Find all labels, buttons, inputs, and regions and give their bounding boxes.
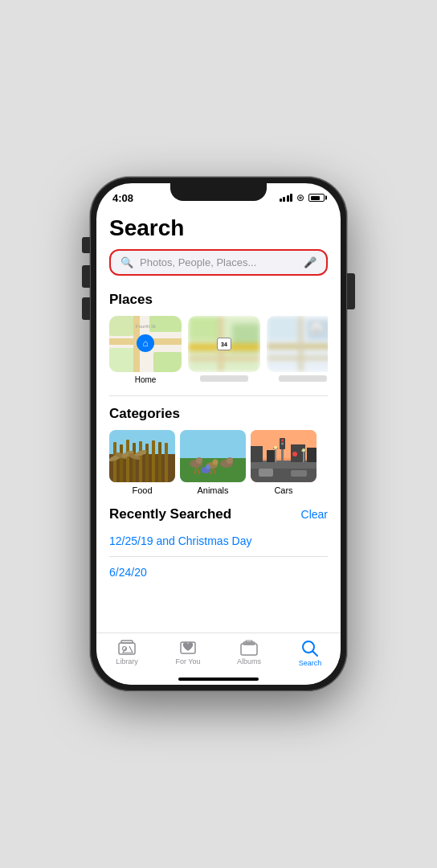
svg-rect-20 bbox=[299, 316, 303, 372]
places-grid[interactable]: Fourth St ⌂ Home bbox=[109, 316, 328, 384]
place-map-home: Fourth St ⌂ bbox=[109, 316, 182, 372]
svg-line-83 bbox=[313, 652, 318, 657]
search-bar[interactable]: 🔍 Photos, People, Places... 🎤 bbox=[109, 249, 328, 276]
places-section-title: Places bbox=[109, 292, 328, 308]
volume-down-button[interactable] bbox=[82, 297, 90, 320]
svg-rect-15 bbox=[188, 356, 260, 361]
battery-icon bbox=[308, 194, 325, 202]
recently-searched-header: Recently Searched Clear bbox=[96, 495, 341, 526]
place-item-2[interactable]: 1 bbox=[267, 316, 328, 384]
home-indicator bbox=[178, 678, 259, 681]
page-header: Search 🔍 Photos, People, Places... 🎤 bbox=[96, 209, 341, 282]
svg-rect-4 bbox=[153, 352, 182, 372]
categories-section: Categories bbox=[96, 396, 341, 495]
library-icon bbox=[118, 640, 136, 656]
tab-search[interactable]: Search bbox=[280, 640, 341, 667]
wifi-icon: ⊛ bbox=[296, 192, 304, 203]
svg-rect-29 bbox=[133, 443, 136, 482]
svg-rect-72 bbox=[303, 450, 304, 462]
svg-point-71 bbox=[274, 446, 277, 449]
svg-point-68 bbox=[292, 452, 297, 457]
svg-text:⌂: ⌂ bbox=[142, 338, 148, 349]
svg-point-53 bbox=[206, 465, 210, 469]
status-icons: ⊛ bbox=[280, 192, 325, 203]
power-button[interactable] bbox=[347, 273, 355, 309]
svg-point-65 bbox=[281, 443, 284, 445]
svg-point-74 bbox=[302, 448, 305, 452]
mute-button[interactable] bbox=[82, 237, 90, 253]
search-result-text-1: 6/24/20 bbox=[109, 566, 147, 579]
place-item-home[interactable]: Fourth St ⌂ Home bbox=[109, 316, 182, 384]
place-label-2 bbox=[279, 375, 327, 382]
place-map-1: 34 bbox=[188, 316, 260, 372]
category-animals[interactable]: Animals bbox=[180, 430, 246, 495]
category-label-cars: Cars bbox=[274, 485, 292, 495]
svg-rect-61 bbox=[307, 448, 317, 462]
search-input-placeholder: Photos, People, Places... bbox=[140, 256, 297, 268]
tab-search-label: Search bbox=[299, 659, 322, 667]
svg-rect-33 bbox=[158, 442, 161, 482]
svg-point-43 bbox=[196, 457, 202, 464]
page-title: Search bbox=[109, 215, 328, 241]
svg-rect-69 bbox=[275, 448, 276, 462]
svg-rect-3 bbox=[109, 348, 137, 372]
svg-point-64 bbox=[281, 440, 284, 442]
svg-rect-76 bbox=[121, 641, 133, 643]
svg-rect-32 bbox=[152, 440, 155, 482]
recently-searched-title: Recently Searched bbox=[109, 506, 231, 522]
category-label-animals: Animals bbox=[197, 485, 228, 495]
svg-rect-30 bbox=[139, 441, 142, 482]
tab-albums[interactable]: Albums bbox=[218, 640, 280, 665]
notch bbox=[170, 183, 267, 201]
place-label-home: Home bbox=[135, 375, 157, 384]
svg-rect-31 bbox=[145, 444, 149, 482]
microphone-icon[interactable]: 🎤 bbox=[304, 256, 317, 268]
place-label-1 bbox=[200, 375, 248, 382]
clear-button[interactable]: Clear bbox=[301, 508, 328, 521]
signal-icon bbox=[280, 194, 293, 202]
search-tab-icon bbox=[301, 640, 319, 657]
svg-rect-58 bbox=[251, 446, 263, 462]
svg-rect-17 bbox=[267, 316, 303, 340]
tab-library-label: Library bbox=[116, 657, 138, 665]
tab-for-you-label: For You bbox=[175, 657, 200, 665]
categories-section-title: Categories bbox=[109, 406, 328, 422]
place-map-2: 1 bbox=[267, 316, 328, 372]
place-item-1[interactable]: 34 bbox=[188, 316, 260, 384]
svg-rect-1 bbox=[109, 316, 133, 336]
category-cars[interactable]: Cars bbox=[251, 430, 317, 495]
category-label-food: Food bbox=[132, 485, 152, 495]
volume-up-button[interactable] bbox=[82, 265, 90, 288]
status-time: 4:08 bbox=[112, 192, 133, 204]
places-section: Places bbox=[96, 282, 341, 384]
svg-rect-19 bbox=[267, 344, 328, 349]
svg-rect-26 bbox=[113, 442, 116, 482]
category-thumb-food bbox=[109, 430, 175, 482]
svg-point-45 bbox=[213, 460, 218, 465]
phone-frame: 4:08 ⊛ Search 🔍 bbox=[90, 177, 347, 691]
svg-text:1: 1 bbox=[315, 326, 319, 333]
svg-rect-27 bbox=[120, 444, 123, 482]
phone-screen: 4:08 ⊛ Search 🔍 bbox=[96, 183, 341, 685]
svg-rect-34 bbox=[165, 443, 168, 482]
svg-rect-66 bbox=[259, 469, 273, 477]
search-result-text-0: 12/25/19 and Christmas Day bbox=[109, 534, 251, 547]
screen-content[interactable]: Search 🔍 Photos, People, Places... 🎤 Pla… bbox=[96, 209, 341, 685]
category-food[interactable]: Food bbox=[109, 430, 175, 495]
albums-icon bbox=[240, 640, 258, 656]
svg-rect-28 bbox=[126, 440, 129, 482]
search-result-1[interactable]: 6/24/20 bbox=[96, 557, 341, 588]
svg-rect-79 bbox=[241, 644, 257, 655]
svg-rect-67 bbox=[291, 470, 307, 477]
tab-albums-label: Albums bbox=[237, 657, 261, 665]
search-result-0[interactable]: 12/25/19 and Christmas Day bbox=[96, 526, 341, 556]
tab-library[interactable]: Library bbox=[96, 640, 157, 665]
categories-grid[interactable]: Food bbox=[109, 430, 328, 495]
for-you-icon bbox=[179, 640, 197, 656]
category-thumb-cars bbox=[251, 430, 317, 482]
svg-text:Fourth St: Fourth St bbox=[136, 324, 156, 329]
svg-rect-11 bbox=[188, 316, 220, 340]
svg-rect-21 bbox=[267, 356, 328, 360]
svg-point-47 bbox=[227, 457, 233, 464]
tab-for-you[interactable]: For You bbox=[157, 640, 218, 665]
